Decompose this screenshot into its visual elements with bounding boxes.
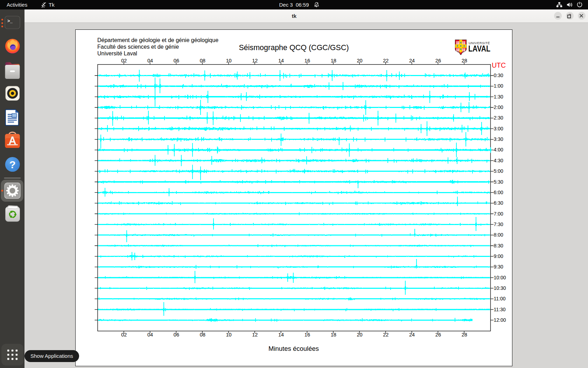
svg-text:1:30: 1:30: [494, 94, 503, 100]
svg-text:20: 20: [357, 332, 362, 338]
svg-text:16: 16: [304, 58, 310, 63]
svg-text:26: 26: [435, 58, 441, 63]
svg-text:LAVAL: LAVAL: [468, 44, 490, 53]
svg-text:18: 18: [331, 58, 336, 63]
svg-text:4:00: 4:00: [494, 147, 503, 152]
svg-text:24: 24: [409, 58, 415, 63]
svg-text:10: 10: [226, 58, 231, 63]
svg-text:12: 12: [252, 58, 258, 63]
svg-text:14: 14: [278, 332, 284, 338]
svg-text:14: 14: [278, 58, 284, 63]
svg-text:5:30: 5:30: [494, 179, 503, 185]
svg-text:Séismographe QCQ (CGC/GSC): Séismographe QCQ (CGC/GSC): [239, 43, 349, 52]
svg-text:28: 28: [462, 332, 467, 338]
svg-text:7:00: 7:00: [494, 211, 503, 217]
svg-text:9:00: 9:00: [494, 253, 503, 259]
svg-text:3:30: 3:30: [494, 136, 503, 142]
svg-text:10:00: 10:00: [494, 275, 506, 280]
svg-text:11:00: 11:00: [494, 296, 506, 301]
svg-text:12:00: 12:00: [494, 317, 506, 323]
svg-text:9:30: 9:30: [494, 264, 503, 270]
svg-text:08: 08: [200, 332, 205, 338]
svg-text:Minutes écoulées: Minutes écoulées: [268, 345, 319, 352]
svg-text:6:30: 6:30: [494, 200, 503, 206]
svg-text:04: 04: [147, 58, 153, 63]
svg-text:06: 06: [174, 58, 179, 63]
svg-text:Faculté des sciences et de gén: Faculté des sciences et de génie: [97, 44, 179, 50]
svg-text:2:00: 2:00: [494, 104, 503, 110]
svg-text:18: 18: [331, 332, 336, 338]
svg-text:16: 16: [304, 332, 310, 338]
svg-text:28: 28: [462, 58, 467, 63]
svg-text:6:00: 6:00: [494, 190, 503, 195]
svg-text:08: 08: [200, 58, 205, 63]
svg-text:?: ?: [9, 159, 16, 170]
svg-text:02: 02: [121, 332, 127, 338]
svg-text:22: 22: [383, 332, 388, 338]
svg-text:0:30: 0:30: [494, 73, 503, 78]
svg-text:26: 26: [435, 332, 441, 338]
svg-text:2:30: 2:30: [494, 115, 503, 121]
svg-text:5:00: 5:00: [494, 168, 503, 174]
svg-text:10:30: 10:30: [494, 285, 506, 291]
svg-text:06: 06: [174, 332, 179, 338]
svg-text:Département de géologie et de: Département de géologie et de génie géol…: [97, 37, 218, 43]
svg-text:7:30: 7:30: [494, 222, 503, 227]
svg-text:04: 04: [147, 332, 153, 338]
svg-text:8:00: 8:00: [494, 232, 503, 238]
svg-text:02: 02: [121, 58, 127, 63]
svg-text:22: 22: [383, 58, 388, 63]
svg-text:11:30: 11:30: [494, 307, 506, 312]
svg-text:3:00: 3:00: [494, 126, 503, 131]
svg-text:UTC: UTC: [492, 61, 506, 69]
svg-text:Université Laval: Université Laval: [97, 50, 137, 56]
svg-text:1:00: 1:00: [494, 83, 503, 89]
svg-text:12: 12: [252, 332, 258, 338]
svg-text:24: 24: [409, 332, 415, 338]
svg-text:20: 20: [357, 58, 362, 63]
svg-text:10: 10: [226, 332, 231, 338]
svg-text:4:30: 4:30: [494, 158, 503, 163]
svg-text:>_: >_: [7, 18, 13, 23]
svg-text:8:30: 8:30: [494, 243, 503, 248]
